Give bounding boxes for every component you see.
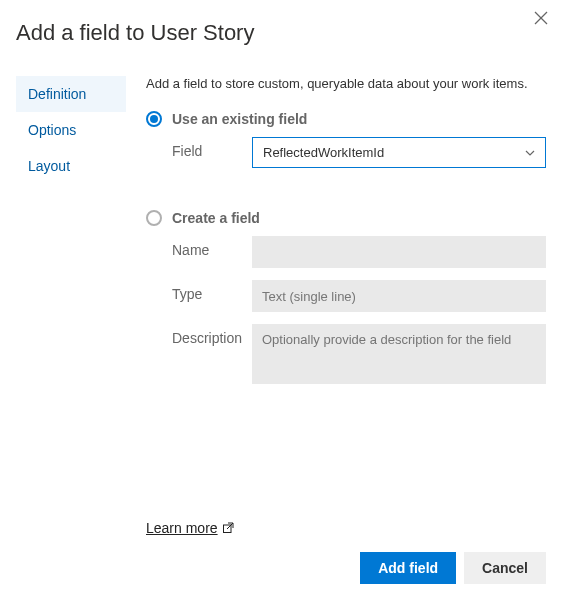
cancel-button[interactable]: Cancel xyxy=(464,552,546,584)
field-dropdown-value: ReflectedWorkItemId xyxy=(263,145,384,160)
sidebar-item-definition[interactable]: Definition xyxy=(16,76,126,112)
sidebar-item-label: Options xyxy=(28,122,76,138)
sidebar-item-layout[interactable]: Layout xyxy=(16,148,126,184)
name-label: Name xyxy=(172,236,252,258)
radio-create-field[interactable] xyxy=(146,210,162,226)
radio-use-existing-label: Use an existing field xyxy=(172,111,307,127)
type-input[interactable] xyxy=(252,280,546,312)
dialog-title: Add a field to User Story xyxy=(16,20,546,46)
close-icon xyxy=(534,11,548,25)
svg-line-3 xyxy=(227,523,233,529)
field-dropdown[interactable]: ReflectedWorkItemId xyxy=(252,137,546,168)
type-label: Type xyxy=(172,280,252,302)
sidebar: Definition Options Layout xyxy=(16,76,126,536)
learn-more-label: Learn more xyxy=(146,520,218,536)
close-button[interactable] xyxy=(534,10,548,28)
name-input[interactable] xyxy=(252,236,546,268)
chevron-down-icon xyxy=(525,148,535,158)
learn-more-link[interactable]: Learn more xyxy=(146,520,546,536)
intro-text: Add a field to store custom, queryable d… xyxy=(146,76,546,91)
sidebar-item-label: Layout xyxy=(28,158,70,174)
description-label: Description xyxy=(172,324,252,346)
field-label: Field xyxy=(172,137,252,159)
external-link-icon xyxy=(222,522,234,534)
sidebar-item-options[interactable]: Options xyxy=(16,112,126,148)
description-input[interactable] xyxy=(252,324,546,384)
sidebar-item-label: Definition xyxy=(28,86,86,102)
add-field-button[interactable]: Add field xyxy=(360,552,456,584)
radio-create-field-label: Create a field xyxy=(172,210,260,226)
radio-use-existing[interactable] xyxy=(146,111,162,127)
